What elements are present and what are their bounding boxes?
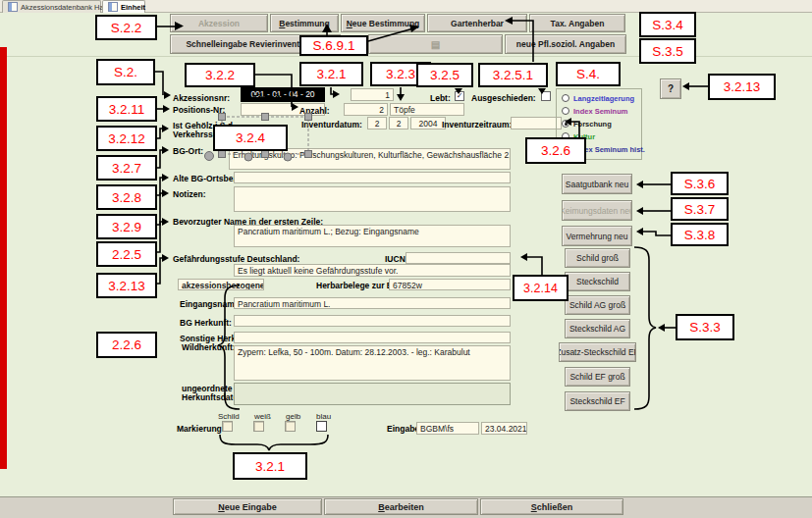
akzessionsbezogene-daten-label: akzessionsbezogene Daten:: [178, 279, 264, 290]
annotation-s35: S.3.5: [639, 38, 696, 64]
akzessionsnr-label: Akzessionsnr:: [173, 93, 230, 103]
eingabe-datum-field: 23.04.2021: [481, 422, 527, 435]
anzahl-field[interactable]: 2: [344, 103, 388, 116]
annotation-s37: S.3.7: [671, 197, 729, 221]
iucn-field[interactable]: [406, 252, 511, 264]
annotation-s38: S.3.8: [671, 223, 729, 246]
saatgutbank-neu-button[interactable]: Saatgutbank neu: [562, 174, 632, 194]
gefaehrdungsstufe-field[interactable]: Es liegt aktuell keine Gefährdungsstufe …: [234, 264, 511, 277]
tax-angaben-button[interactable]: Tax. Angaben: [529, 14, 625, 32]
einheit-nr-field[interactable]: 1: [351, 88, 394, 101]
annotation-s2: S.2.: [96, 59, 155, 85]
mark-header-schild: Schild: [218, 412, 240, 421]
markierung-schild-checkbox[interactable]: [222, 421, 233, 432]
radio-icon: [562, 94, 569, 102]
left-red-bar: [0, 47, 7, 469]
mark-header-gelb: gelb: [286, 412, 300, 421]
annotation-s36: S.3.6: [671, 172, 729, 195]
annotation-328: 3.2.8: [96, 184, 157, 210]
print-button[interactable]: ▤: [368, 34, 503, 54]
keimungsdaten-neu-button[interactable]: Keimungsdaten neu: [562, 200, 632, 221]
bg-herkunft-field[interactable]: [234, 315, 511, 327]
akzession-button[interactable]: Akzession: [170, 14, 268, 32]
inventurzeitraum-field[interactable]: [511, 117, 562, 130]
help-button[interactable]: ?: [660, 78, 681, 99]
zusatz-steckschild-ef-button[interactable]: Zusatz-Steckschild EF: [559, 342, 636, 362]
form-icon: [8, 2, 18, 12]
radio-icon-selected: [562, 120, 569, 128]
einheit-nr-label: Einheit Nr:: [252, 93, 295, 103]
annotation-322: 3.2.2: [185, 63, 255, 87]
annotation-s33: S.3.3: [676, 314, 734, 340]
bg-ort-label: BG-Ort:: [173, 146, 203, 156]
anzahl-einheit-field[interactable]: Töpfe: [390, 103, 464, 116]
notizen-label: Notizen:: [173, 189, 206, 199]
markierung-blau-checkbox[interactable]: [316, 421, 327, 432]
inventurdatum-tag-field[interactable]: 2: [367, 117, 387, 130]
steckschild-ag-button[interactable]: Steckschild AG: [565, 319, 630, 338]
bestimmung-button[interactable]: Bestimmung: [270, 14, 339, 32]
annotation-s34: S.3.4: [639, 12, 696, 37]
annotation-3213-right: 3.2.13: [708, 74, 776, 100]
steckschild-button[interactable]: Steckschild: [565, 272, 630, 291]
mark-header-weiss: weiß: [254, 412, 271, 421]
anzahl-label: Anzahl:: [299, 106, 330, 116]
annotation-3212: 3.2.12: [96, 126, 157, 151]
annotation-3211: 3.2.11: [96, 96, 157, 122]
notizen-field[interactable]: [234, 186, 511, 212]
annotation-3251: 3.2.5.1: [478, 63, 548, 87]
tab-hauptmenu[interactable]: Akzessionsdatenbank Hauptmenü: [2, 0, 101, 13]
bg-herkunft-label: BG Herkunft:: [180, 318, 232, 328]
neue-eingabe-button[interactable]: Neue Eingabe: [173, 498, 322, 515]
neue-pflsoziol-button[interactable]: neue Pfl.soziol. Angaben: [505, 34, 626, 54]
markierung-label: Markierung:: [177, 424, 225, 434]
tab-einheit[interactable]: Einheit: [102, 0, 145, 13]
ausgeschieden-label: Ausgeschieden:: [471, 93, 536, 103]
annotation-226: 2.2.6: [96, 332, 157, 358]
sonstige-herkunft-field[interactable]: [234, 332, 511, 343]
schliessen-button[interactable]: Schließen: [480, 498, 623, 515]
radio-option-langzeitlagerung[interactable]: Langzeitlagerung: [562, 93, 634, 103]
lebt-label: Lebt:: [430, 93, 451, 103]
eingangsname-field[interactable]: Pancratium maritimum L.: [234, 297, 511, 309]
markierung-gelb-checkbox[interactable]: [285, 421, 296, 432]
gartenherbar-button[interactable]: Gartenherbar: [427, 14, 527, 32]
application-window: Akzessionsdatenbank Hauptmenü Einheit Ak…: [0, 0, 812, 518]
neue-bestimmung-button[interactable]: Neue Bestimmung: [341, 14, 425, 32]
steckschild-ef-button[interactable]: Steckschild EF: [565, 391, 630, 411]
annotation-321-top: 3.2.1: [299, 62, 363, 86]
ausgeschieden-checkbox[interactable]: [541, 91, 551, 101]
radio-icon: [562, 107, 569, 115]
vermehrung-neu-button[interactable]: Vermehrung neu: [562, 226, 632, 246]
schild-gross-button[interactable]: Schild groß: [565, 248, 630, 268]
alte-bg-ortsbez-field[interactable]: [234, 172, 511, 183]
annotation-3214: 3.2.14: [513, 275, 568, 301]
radio-option-index-seminum[interactable]: Index Seminum: [562, 106, 627, 116]
inventurdatum-label: Inventurdatum:: [301, 120, 362, 130]
tab-einheit-label: Einheit: [121, 3, 145, 12]
inventurdatum-jahr-field[interactable]: 2004: [410, 117, 446, 130]
annotation-324: 3.2.4: [213, 125, 288, 151]
mark-header-blau: blau: [316, 412, 331, 421]
eingangsname-label: Eingangsname:: [180, 299, 242, 309]
herbarbelege-field[interactable]: 67852w: [389, 279, 511, 290]
bg-ort-field[interactable]: Erhaltungskult. o: Purschungskulturen, K…: [229, 148, 511, 170]
radio-option-forschung[interactable]: Forschung: [562, 119, 612, 129]
annotation-321-bottom: 3.2.1: [233, 452, 307, 480]
wildherkunft-field[interactable]: Zypern: Lefka, 50 - 100m. Datum: 28.12.2…: [234, 345, 511, 381]
inventurdatum-monat-field[interactable]: 2: [389, 117, 408, 130]
schild-ag-gross-button[interactable]: Schild AG groß: [565, 295, 630, 315]
ungeordnete-herkunftsdaten-field[interactable]: [234, 383, 511, 405]
annotation-s691: S.6.9.1: [299, 35, 368, 56]
schild-ef-gross-button[interactable]: Schild EF groß: [565, 367, 630, 387]
bearbeiten-button[interactable]: Bearbeiten: [324, 498, 478, 515]
positions-nr-label: Positions-Nr:: [173, 105, 225, 115]
annotation-s22: S.2.2: [95, 15, 157, 40]
annotation-325: 3.2.5: [416, 63, 473, 87]
inventurzeitraum-label: Inventurzeitraum:: [442, 120, 512, 130]
alte-bg-ortsbez-label: Alte BG-Ortsbez.:: [173, 174, 243, 183]
markierung-weiss-checkbox[interactable]: [253, 421, 264, 432]
bevorzugter-name-field[interactable]: Pancratium maritimum L.; Bezug: Eingangs…: [234, 225, 511, 247]
lebt-checkbox[interactable]: ✓: [455, 91, 464, 101]
gefaehrdungsstufe-label: Gefährdungsstufe Deutschland:: [173, 254, 299, 264]
